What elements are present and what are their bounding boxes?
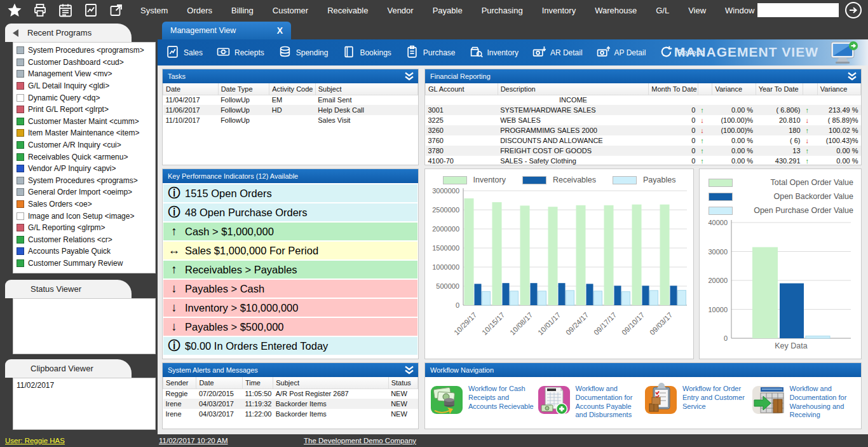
table-row[interactable]: 11/10/2017FollowUpSales Visit [163,115,418,125]
table-row[interactable]: 4100-70SALES - Safety Clothing0↑0.00 %43… [426,156,861,166]
menu-view[interactable]: View [681,2,713,19]
column-header[interactable]: Status [388,377,417,389]
kpi-row[interactable]: ↔Sales $1,000,000 For Period [163,242,417,259]
report-icon[interactable] [83,2,99,18]
sidebar-program-item[interactable]: Customer Relations <cr> [15,234,155,246]
menu-g-l[interactable]: G/L [649,2,676,19]
column-header[interactable]: Date [163,83,219,95]
table-row[interactable]: 3760DISCOUNTS AND ALLOWANCE0↑0.00 %( 6)↓… [426,135,861,146]
kpi-row[interactable]: ↓Payables > Cash [163,280,417,298]
menu-warehouse[interactable]: Warehouse [588,2,644,19]
menu-orders[interactable]: Orders [180,2,219,19]
column-header[interactable]: Sender [163,377,196,389]
menu-window[interactable]: Window [718,2,761,19]
statusbar-datetime-link[interactable]: 11/02/2017 10:20 AM [159,437,228,444]
sidebar-program-item[interactable]: Customer Dashboard <cud> [15,57,155,69]
table-row[interactable]: 3001SYSTEM/HARDWARE SALES0↑0.00 %( 6.806… [426,105,861,115]
table-row[interactable]: 3780FREIGHT COST OF GOODS0↑0.00 %13↑0.00… [426,146,861,156]
kpi-row[interactable]: ⓘ48 Open Purchase Orders [163,203,417,221]
menu-customer[interactable]: Customer [266,2,315,19]
toolbar-button-spending[interactable]: Spending [273,41,334,64]
column-header[interactable]: Time [242,377,273,389]
global-search-input[interactable] [757,3,839,17]
workflow-item[interactable]: Workflow for Cash Receipts and Accounts … [430,382,538,420]
sidebar-program-item[interactable]: G/L Detail Inquiry <gldi> [15,80,155,92]
sidebar-program-item[interactable]: Customer Summary Review [15,258,155,270]
menu-receivable[interactable]: Receivable [320,2,375,19]
toolbar-button-inventory[interactable]: Inventory [464,41,524,64]
sidebar-program-item[interactable]: G/L Reporting <glrpm> [15,222,155,234]
statusbar-company-link[interactable]: The Development Demo Company [304,437,416,444]
column-header[interactable]: Date [196,377,243,389]
workflow-item[interactable]: Workflow and Documentation for Accounts … [538,382,645,420]
statusbar-user-link[interactable]: User: Reggie HAS [5,437,65,444]
sidebar-program-item[interactable]: System Procedures <programs> [15,175,155,187]
table-row[interactable]: Reggie07/20/201511:05:50A/R Post Registe… [163,389,418,399]
sidebar-program-item[interactable]: Customer Master Maint <cumm> [15,116,155,128]
kpi-row[interactable]: ↓Payables > $500,000 [163,318,417,336]
sidebar-program-item[interactable]: Accounts Payable Quick [15,245,155,258]
column-header[interactable]: Year To Date [756,83,803,95]
column-header[interactable]: Variance [712,83,756,95]
column-header[interactable]: GL Account [426,83,498,95]
sidebar-program-item[interactable]: Receivables Quick <armenu> [15,151,155,163]
sidebar-program-item[interactable]: Management View <mv> [15,68,155,80]
menu-system[interactable]: System [133,2,175,19]
toolbar-button-ap-detail[interactable]: AP Detail [591,41,652,64]
kpi-row[interactable]: ↓Inventory > $10,000,000 [163,299,417,317]
menu-payable[interactable]: Payable [426,2,470,19]
kpi-row[interactable]: ⓘ$0.00 In Orders Entered Today [163,337,417,355]
workflow-item[interactable]: Workflow for Order Entry and Customer Se… [644,382,752,420]
table-row[interactable]: 11/04/2017FollowUpEMEmail Sent [163,95,418,105]
kpi-row[interactable]: ↑Receivables > Payables [163,261,417,279]
column-header[interactable]: Date Type [218,83,269,95]
favorites-star-icon[interactable] [6,2,23,18]
column-header[interactable]: Subject [315,83,417,95]
sidebar-program-item[interactable]: Customer A/R Inquiry <cui> [15,139,155,151]
sidebar-program-item[interactable]: Vendor A/P Inquiry <apvi> [15,163,155,175]
menu-inventory[interactable]: Inventory [535,2,583,19]
clipboard-viewer-tab[interactable]: Clipboard Viewer [5,359,132,378]
financial-collapse-icon[interactable] [847,72,857,81]
sidebar-program-item[interactable]: Sales Orders <oe> [15,198,155,210]
calendar-icon[interactable] [57,2,74,18]
toolbar-button-purchase[interactable]: Purchase [400,41,461,64]
table-row[interactable]: INCOME [426,95,861,105]
toolbar-button-reciepts[interactable]: Reciepts [211,41,270,64]
table-row[interactable]: Irene04/03/201711:19:32Backorder ItemsNE… [163,399,418,409]
column-header[interactable]: Description [498,83,649,95]
column-header[interactable]: Month To Date [649,83,698,95]
menu-purchasing[interactable]: Purchasing [475,2,530,19]
table-row[interactable]: 3225WEB SALES0↓(100.00)%20.810↓( 85.89)% [426,115,861,125]
tab-close-icon[interactable]: X [275,25,285,36]
kpi-row[interactable]: ↑Cash > $1,000,000 [163,223,417,240]
tab-management-view[interactable]: Management View X [162,22,291,39]
sidebar-program-item[interactable]: Item Master Maintenance <item> [15,127,155,139]
toolbar-button-sales[interactable]: Sales [160,41,208,64]
menu-vendor[interactable]: Vendor [380,2,420,19]
sidebar-program-item[interactable]: System Procedures <programsm> [15,45,155,57]
column-header[interactable]: Subject [273,377,388,389]
menu-billing[interactable]: Billing [224,2,261,19]
column-header[interactable]: Variance [817,83,860,95]
workflow-item[interactable]: Workflow and Documentation for Warehousi… [752,382,859,420]
sidebar-program-item[interactable]: General Order Import <oeimp> [15,186,155,198]
table-row[interactable]: 11/06/2017FollowUpHDHelp Desk Call [163,105,418,115]
screen-settings-icon[interactable] [827,41,859,67]
print-icon[interactable] [32,2,48,18]
sidebar-program-item[interactable]: Image and Icon Setup <image> [15,210,155,222]
table-row[interactable]: 3260PROGRAMMIMG SALES 20000↓(100.00)%180… [426,125,861,135]
alerts-collapse-icon[interactable] [404,366,414,375]
sidebar-program-item[interactable]: Print G/L Report <glrpt> [15,104,155,116]
search-go-button[interactable] [845,2,862,18]
toolbar-button-ar-detail[interactable]: AR Detail [527,41,588,64]
sidebar-program-item[interactable]: Dynamic Query <dq> [15,92,155,104]
status-viewer-tab[interactable]: Status Viewer [5,280,132,298]
column-header[interactable]: Activity Code [269,83,316,95]
tasks-collapse-icon[interactable] [404,72,414,81]
column-header[interactable] [698,83,712,95]
table-row[interactable]: Irene04/03/201711:22:00Backorder ItemsNE… [163,409,418,419]
toolbar-button-bookings[interactable]: Bookings [336,41,397,64]
kpi-row[interactable]: ⓘ1515 Open Orders [163,184,417,202]
column-header[interactable] [803,83,818,95]
